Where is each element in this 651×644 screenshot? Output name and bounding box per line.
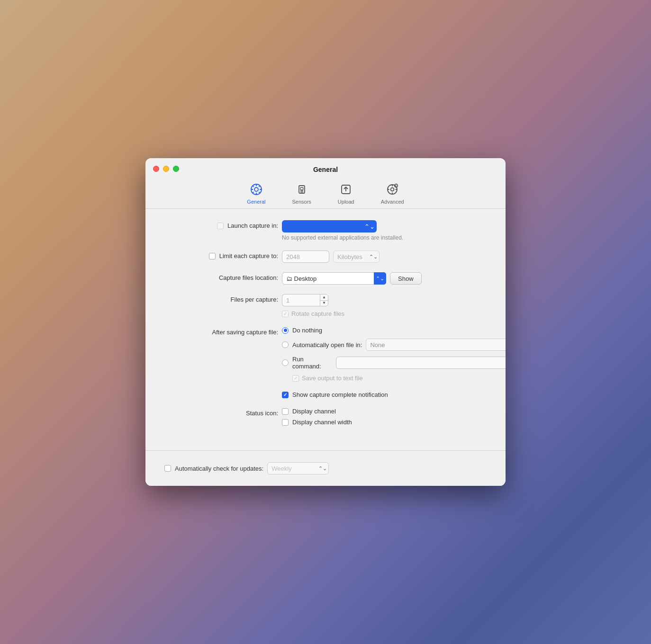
radio-auto-open-label: Automatically open file in: <box>292 341 362 349</box>
window-controls <box>153 166 179 172</box>
rotate-checkbox[interactable]: ✓ <box>282 311 289 317</box>
radio-do-nothing-label: Do nothing <box>292 327 322 334</box>
notification-section: Show capture complete notification <box>164 391 487 398</box>
launch-capture-checkbox[interactable] <box>217 223 224 229</box>
after-saving-label: After saving capture file: <box>164 327 278 336</box>
auto-update-section: Automatically check for updates: Weekly … <box>145 460 506 486</box>
upload-icon <box>338 182 353 197</box>
unit-select-wrapper: Kilobytes Megabytes Gigabytes ⌃⌄ <box>333 250 380 263</box>
svg-rect-11 <box>300 188 303 190</box>
notification-checkbox[interactable] <box>282 392 289 398</box>
frequency-select[interactable]: Weekly Hourly Daily Monthly <box>267 462 329 474</box>
stepper-buttons: ▲ ▼ <box>320 294 328 306</box>
tab-general[interactable]: General <box>239 179 273 208</box>
launch-capture-label: Launch capture in: <box>164 220 278 229</box>
tab-upload-label: Upload <box>338 199 354 205</box>
files-per-capture-label: Files per capture: <box>164 294 278 303</box>
tab-advanced-label: Advanced <box>381 199 404 205</box>
unit-select[interactable]: Kilobytes Megabytes Gigabytes <box>333 250 380 263</box>
radio-do-nothing-btn[interactable] <box>282 327 289 334</box>
launch-capture-select[interactable] <box>282 220 377 233</box>
notification-label: Show capture complete notification <box>292 391 388 398</box>
radio-run-command-label: Run command: <box>292 356 332 370</box>
files-per-capture-control: ▲ ▼ ✓ Rotate capture files <box>282 294 487 317</box>
status-icon-label: Status icon: <box>164 408 278 417</box>
radio-run-command-btn[interactable] <box>282 359 289 366</box>
location-select-wrapper: 🗂 Desktop ⌃⌄ <box>282 272 386 285</box>
toolbar: General Sensors <box>239 179 411 208</box>
svg-line-7 <box>259 192 260 193</box>
frequency-select-wrapper: Weekly Hourly Daily Monthly ⌃⌄ <box>267 462 329 474</box>
save-output-label: Save output to text file <box>302 375 363 382</box>
limit-capture-section: Limit each capture to: Kilobytes Megabyt… <box>164 250 487 263</box>
limit-capture-checkbox[interactable] <box>209 253 216 259</box>
bottom-divider <box>145 450 506 451</box>
svg-point-1 <box>254 188 258 191</box>
svg-point-17 <box>391 188 394 191</box>
notification-label-empty <box>164 391 278 393</box>
display-channel-checkbox[interactable] <box>282 408 289 415</box>
rotate-row: ✓ Rotate capture files <box>282 310 487 317</box>
tab-advanced[interactable]: Advanced <box>373 179 412 208</box>
svg-line-9 <box>253 192 254 193</box>
after-saving-options: Do nothing Automatically open file in: N… <box>282 327 506 382</box>
display-channel-label: Display channel <box>292 408 336 415</box>
stepper-up[interactable]: ▲ <box>320 295 328 301</box>
status-icon-channel: Display channel <box>282 408 487 415</box>
status-icon-section: Status icon: Display channel Display cha… <box>164 408 487 426</box>
window-title: General <box>313 166 338 173</box>
after-saving-section: After saving capture file: Do nothing Au… <box>164 327 487 382</box>
main-content: Launch capture in: ⌃⌄ No supported exter… <box>145 209 506 448</box>
launch-capture-section: Launch capture in: ⌃⌄ No supported exter… <box>164 220 487 241</box>
status-icon-options: Display channel Display channel width <box>282 408 487 426</box>
tab-upload[interactable]: Upload <box>330 179 362 208</box>
capture-location-control: 🗂 Desktop ⌃⌄ Show <box>282 272 487 285</box>
display-channel-width-checkbox[interactable] <box>282 419 289 426</box>
launch-capture-select-wrapper: ⌃⌄ <box>282 220 377 233</box>
show-button[interactable]: Show <box>390 272 422 285</box>
location-select[interactable]: 🗂 Desktop <box>282 272 386 285</box>
main-window: General <box>145 158 506 486</box>
tab-sensors[interactable]: Sensors <box>284 179 318 208</box>
save-output-row: ✓ Save output to text file <box>292 375 506 382</box>
radio-run-command: Run command: <box>282 356 506 370</box>
tab-general-label: General <box>247 199 265 205</box>
rotate-label: Rotate capture files <box>291 310 344 317</box>
radio-auto-open-btn[interactable] <box>282 341 289 348</box>
auto-update-label: Automatically check for updates: <box>175 465 263 472</box>
limit-capture-input[interactable] <box>282 250 329 263</box>
run-command-input[interactable] <box>336 357 506 369</box>
minimize-button[interactable] <box>163 166 169 172</box>
files-per-capture-section: Files per capture: ▲ ▼ ✓ Rotate capture … <box>164 294 487 317</box>
status-icon-channel-width: Display channel width <box>282 419 487 426</box>
stepper-down[interactable]: ▼ <box>320 301 328 306</box>
radio-auto-open: Automatically open file in: None ⌃⌄ <box>282 339 506 351</box>
limit-capture-label: Limit each capture to: <box>164 250 278 259</box>
save-output-checkbox[interactable]: ✓ <box>292 375 299 382</box>
auto-open-select[interactable]: None <box>366 339 506 351</box>
capture-location-label: Capture files location: <box>164 272 278 281</box>
display-channel-width-label: Display channel width <box>292 419 352 426</box>
maximize-button[interactable] <box>173 166 179 172</box>
general-icon <box>249 182 264 197</box>
capture-location-section: Capture files location: 🗂 Desktop ⌃⌄ Sho… <box>164 272 487 285</box>
sensors-icon <box>294 182 309 197</box>
launch-capture-control: ⌃⌄ No supported external applications ar… <box>282 220 487 241</box>
auto-update-checkbox[interactable] <box>164 465 171 472</box>
close-button[interactable] <box>153 166 159 172</box>
advanced-icon <box>385 182 400 197</box>
titlebar: General <box>145 158 506 208</box>
tab-sensors-label: Sensors <box>292 199 311 205</box>
auto-open-select-wrapper: None ⌃⌄ <box>366 339 506 351</box>
radio-do-nothing: Do nothing <box>282 327 506 334</box>
files-per-capture-input[interactable] <box>282 294 320 306</box>
svg-line-6 <box>253 186 254 187</box>
limit-capture-control: Kilobytes Megabytes Gigabytes ⌃⌄ <box>282 250 487 263</box>
launch-capture-hint: No supported external applications are i… <box>282 234 487 241</box>
notification-control: Show capture complete notification <box>282 391 487 398</box>
svg-line-8 <box>259 186 260 187</box>
stepper-wrapper: ▲ ▼ <box>282 294 487 306</box>
